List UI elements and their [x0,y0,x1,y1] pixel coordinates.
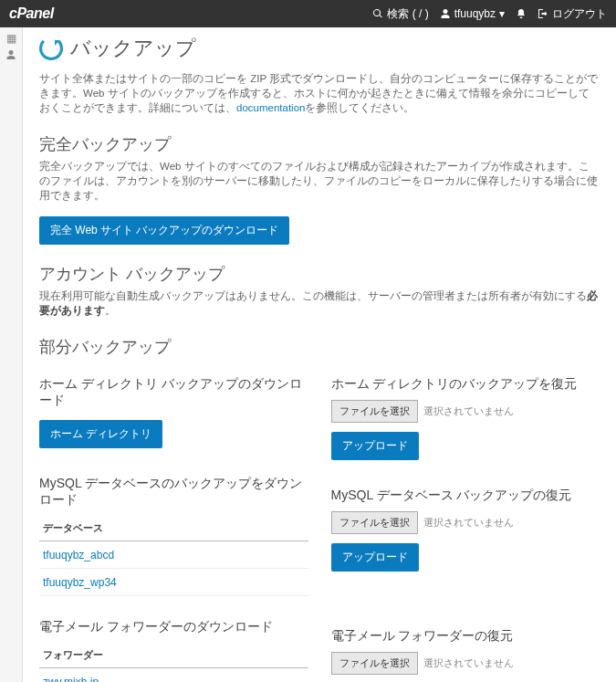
backup-icon [39,37,63,60]
table-row: tfuuqybz_abcd [39,541,308,569]
search-label: 検索 ( / ) [387,6,428,22]
user-icon [440,8,451,19]
upload-button[interactable]: アップロード [331,543,419,572]
partial-backup-heading: 部分バックアップ [39,336,600,358]
page-title: バックアップ [70,35,196,62]
forwarder-link[interactable]: zwy.mixh.jp [43,676,99,682]
full-backup-heading: 完全バックアップ [39,133,600,155]
forwarder-restore-heading: 電子メール フォワーダーの復元 [331,628,600,645]
choose-file-button[interactable]: ファイルを選択 [331,511,418,534]
restore-column: ホーム ディレクトリのバックアップを復元ファイルを選択選択されていませんアップロ… [331,376,600,682]
mysql-table-header: データベース [39,516,308,541]
logout-link[interactable]: ログアウト [538,6,607,22]
file-status: 選択されていません [423,516,514,530]
choose-file-button[interactable]: ファイルを選択 [331,400,418,423]
chevron-down-icon: ▾ [499,7,505,20]
file-status: 選択されていません [423,404,514,418]
apps-icon[interactable]: ▦ [6,32,16,45]
mysql-download-heading: MySQL データベースのバックアップをダウンロード [39,476,308,509]
users-icon[interactable] [5,49,16,63]
logout-icon [538,8,548,19]
upload-button[interactable]: アップロード [331,432,419,460]
download-column: ホーム ディレクトリ バックアップのダウンロード ホーム ディレクトリ MySQ… [39,376,308,682]
user-menu[interactable]: tfuuqybz ▾ [440,7,505,20]
forwarder-table-header: フォワーダー [39,643,308,668]
user-name: tfuuqybz [454,7,496,20]
forwarder-download-heading: 電子メール フォワーダーのダウンロード [39,619,308,635]
download-full-backup-button[interactable]: 完全 Web サイト バックアップのダウンロード [39,216,289,245]
home-download-heading: ホーム ディレクトリ バックアップのダウンロード [39,376,308,409]
download-home-button[interactable]: ホーム ディレクトリ [39,420,162,448]
documentation-link[interactable]: documentation [236,102,305,113]
file-status: 選択されていません [423,656,514,670]
brand-logo: cPanel [9,5,54,22]
home-restore-heading: ホーム ディレクトリのバックアップを復元 [331,376,600,393]
database-link[interactable]: tfuuqybz_wp34 [43,576,117,589]
table-row: tfuuqybz_wp34 [39,569,308,596]
choose-file-button[interactable]: ファイルを選択 [331,652,418,675]
full-backup-desc: 完全バックアップでは、Web サイトのすべてのファイルおよび構成が記録されたアー… [39,159,600,203]
mysql-restore-heading: MySQL データベース バックアップの復元 [331,488,600,504]
logout-label: ログアウト [552,6,607,22]
page-intro: サイト全体またはサイトの一部のコピーを ZIP 形式でダウンロードし、自分のコン… [39,71,600,115]
main-content: バックアップ サイト全体またはサイトの一部のコピーを ZIP 形式でダウンロード… [23,27,616,682]
database-link[interactable]: tfuuqybz_abcd [43,549,114,561]
account-backup-desc: 現在利用可能な自動生成バックアップはありません。この機能は、サーバーの管理者また… [39,289,600,318]
search-trigger[interactable]: 検索 ( / ) [372,6,428,22]
topbar-right: 検索 ( / ) tfuuqybz ▾ ログアウト [372,6,607,22]
sidebar: ▦ [0,27,23,682]
table-row: zwy.mixh.jp [39,668,308,682]
notifications-icon[interactable] [516,8,527,19]
search-icon [372,8,383,19]
account-backup-heading: アカウント バックアップ [39,263,600,285]
topbar: cPanel 検索 ( / ) tfuuqybz ▾ ログアウト [0,0,616,27]
